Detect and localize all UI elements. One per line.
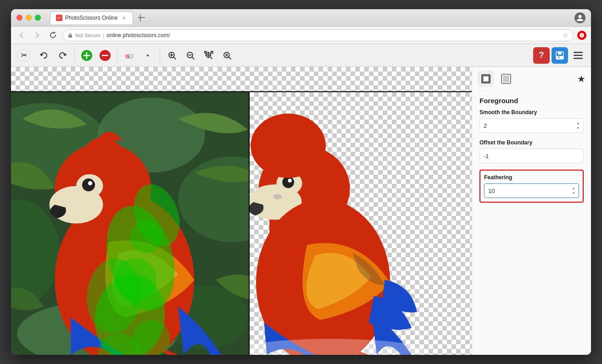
svg-rect-24 bbox=[574, 52, 583, 53]
offset-input-container[interactable] bbox=[479, 149, 584, 163]
tab-close-button[interactable]: ✕ bbox=[121, 15, 127, 21]
traffic-lights bbox=[17, 15, 41, 21]
url-text: online.photoscissors.com/ bbox=[106, 32, 170, 39]
svg-rect-1 bbox=[138, 17, 145, 18]
side-content: Foreground Smooth the Boundary ▲ ▼ Offse… bbox=[472, 91, 591, 355]
svg-text:!: ! bbox=[581, 33, 583, 38]
svg-rect-11 bbox=[126, 55, 129, 58]
bookmark-icon[interactable]: ☆ bbox=[563, 32, 569, 39]
feathering-down-arrow[interactable]: ▼ bbox=[570, 191, 577, 196]
toolbar-separator-2 bbox=[117, 49, 117, 62]
feathering-section: Feathering ▲ ▼ bbox=[479, 170, 584, 203]
section-title: Foreground bbox=[479, 97, 584, 105]
title-bar: ✂ PhotoScissors Online ✕ bbox=[11, 9, 591, 27]
toolbar-separator-3 bbox=[160, 49, 160, 62]
svg-rect-63 bbox=[503, 76, 509, 82]
foreground-tab[interactable] bbox=[478, 71, 494, 87]
feathering-label: Feathering bbox=[484, 174, 579, 181]
lock-icon bbox=[67, 33, 73, 38]
svg-rect-25 bbox=[574, 55, 583, 56]
undo-button[interactable] bbox=[36, 47, 52, 64]
toolbar-separator-1 bbox=[74, 49, 75, 62]
svg-point-2 bbox=[579, 15, 582, 18]
svg-point-55 bbox=[273, 194, 282, 199]
svg-point-39 bbox=[82, 178, 95, 191]
close-button[interactable] bbox=[17, 15, 22, 21]
smooth-spinner[interactable]: ▲ ▼ bbox=[479, 118, 584, 133]
svg-rect-61 bbox=[484, 77, 488, 81]
right-canvas bbox=[250, 92, 472, 355]
star-tab[interactable]: ★ bbox=[577, 73, 585, 84]
remove-foreground-button[interactable] bbox=[97, 47, 113, 64]
image-row bbox=[11, 92, 472, 355]
active-tab[interactable]: ✂ PhotoScissors Online ✕ bbox=[50, 11, 133, 24]
svg-rect-21 bbox=[558, 52, 562, 55]
tab-bar: ✂ PhotoScissors Online ✕ bbox=[50, 11, 585, 24]
offset-input[interactable] bbox=[484, 153, 580, 160]
svg-point-53 bbox=[282, 176, 294, 188]
minimize-button[interactable] bbox=[26, 15, 32, 21]
svg-text:✂: ✂ bbox=[21, 51, 27, 59]
tab-favicon: ✂ bbox=[56, 15, 62, 21]
notification-badge: ! bbox=[577, 31, 586, 40]
maximize-button[interactable] bbox=[35, 15, 41, 21]
smooth-input[interactable] bbox=[484, 122, 570, 129]
browser-window: ✂ PhotoScissors Online ✕ bbox=[11, 9, 591, 355]
nav-bar: Not Secure | online.photoscissors.com/ ☆… bbox=[11, 27, 591, 44]
svg-rect-22 bbox=[557, 56, 563, 59]
background-tab[interactable] bbox=[498, 71, 514, 87]
svg-point-46 bbox=[114, 259, 157, 302]
toolbar: ✂ bbox=[11, 44, 591, 67]
svg-rect-18 bbox=[211, 51, 213, 53]
smooth-up-arrow[interactable]: ▲ bbox=[575, 121, 581, 126]
toolbar-right: ? bbox=[533, 47, 586, 64]
account-icon[interactable] bbox=[574, 12, 585, 23]
back-button[interactable] bbox=[16, 29, 28, 41]
smooth-arrows: ▲ ▼ bbox=[575, 121, 581, 131]
zoom-fit-button[interactable] bbox=[201, 47, 217, 64]
help-icon: ? bbox=[539, 50, 544, 60]
move-button[interactable] bbox=[139, 47, 156, 64]
right-panel bbox=[250, 92, 472, 355]
side-panel: ★ Foreground Smooth the Boundary ▲ ▼ Off… bbox=[472, 67, 591, 355]
side-tabs: ★ bbox=[472, 67, 591, 91]
left-canvas[interactable] bbox=[11, 92, 249, 355]
main-content: ★ Foreground Smooth the Boundary ▲ ▼ Off… bbox=[11, 67, 591, 355]
menu-button[interactable] bbox=[570, 47, 586, 64]
zoom-out-button[interactable] bbox=[182, 47, 199, 64]
svg-point-13 bbox=[147, 55, 149, 56]
new-tab-button[interactable] bbox=[135, 11, 148, 24]
zoom-in-button[interactable] bbox=[164, 47, 180, 64]
checker-strip-top bbox=[11, 67, 472, 92]
feathering-up-arrow[interactable]: ▲ bbox=[570, 186, 577, 191]
app-logo: ✂ bbox=[16, 47, 32, 64]
smooth-down-arrow[interactable]: ▼ bbox=[575, 126, 581, 131]
redo-button[interactable] bbox=[54, 47, 71, 64]
eraser-button[interactable] bbox=[121, 47, 138, 64]
feathering-spinner[interactable]: ▲ ▼ bbox=[484, 183, 579, 198]
help-button[interactable]: ? bbox=[533, 47, 550, 64]
zoom-reset-button[interactable] bbox=[219, 47, 235, 64]
svg-rect-17 bbox=[205, 51, 206, 53]
address-bar[interactable]: Not Secure | online.photoscissors.com/ ☆ bbox=[62, 29, 574, 41]
svg-point-40 bbox=[88, 181, 92, 185]
save-button[interactable] bbox=[552, 47, 568, 64]
security-label: Not Secure bbox=[75, 33, 100, 38]
svg-rect-3 bbox=[68, 35, 72, 38]
reload-button[interactable] bbox=[47, 29, 59, 41]
svg-point-57 bbox=[251, 114, 326, 178]
add-foreground-button[interactable] bbox=[78, 47, 95, 64]
svg-rect-26 bbox=[574, 58, 583, 59]
feathering-input[interactable] bbox=[488, 188, 566, 194]
canvas-area[interactable] bbox=[11, 67, 472, 355]
svg-rect-23 bbox=[558, 56, 559, 58]
svg-rect-12 bbox=[128, 56, 129, 58]
offset-label: Offset the Boundary bbox=[479, 139, 584, 146]
smooth-label: Smooth the Boundary bbox=[479, 109, 584, 116]
left-panel bbox=[11, 92, 250, 355]
svg-point-54 bbox=[288, 179, 292, 182]
svg-point-45 bbox=[130, 221, 162, 253]
forward-button[interactable] bbox=[31, 29, 43, 41]
save-icon bbox=[555, 51, 564, 60]
feathering-arrows: ▲ ▼ bbox=[570, 186, 577, 196]
